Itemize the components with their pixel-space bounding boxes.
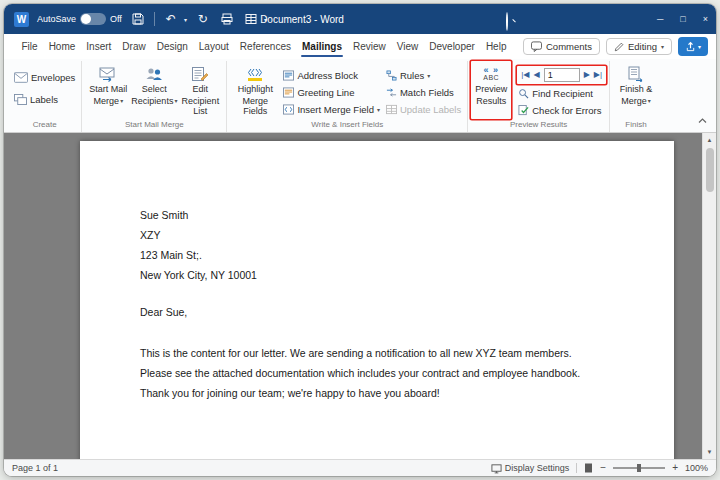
display-settings-button[interactable]: Display Settings (491, 463, 570, 474)
comment-icon (531, 41, 542, 52)
rules-button[interactable]: Rules ▾ (383, 67, 464, 84)
tab-design[interactable]: Design (151, 36, 193, 57)
vertical-scrollbar[interactable]: ▲ ▼ (702, 133, 716, 459)
table-icon[interactable] (243, 11, 259, 27)
first-record-button[interactable]: |◀ (521, 71, 529, 79)
update-labels-button[interactable]: Update Labels (383, 101, 464, 118)
highlight-merge-fields-button[interactable]: Highlight Merge Fields (230, 61, 280, 119)
search-icon[interactable] (506, 13, 518, 25)
document-area: Sue Smith XZY 123 Main St;. New York Cit… (4, 133, 716, 459)
labels-button[interactable]: Labels (11, 91, 78, 108)
scroll-down-icon[interactable]: ▼ (703, 445, 716, 459)
tab-insert[interactable]: Insert (81, 36, 117, 57)
autosave-toggle-knob (81, 14, 91, 24)
ribbon-tab-row: File Home Insert Draw Design Layout Refe… (4, 34, 716, 59)
undo-icon[interactable]: ↶ (163, 11, 179, 27)
envelopes-button[interactable]: Envelopes (11, 69, 78, 86)
status-bar: Page 1 of 1 Display Settings − + 100% (4, 459, 716, 476)
group-finish: Finish & Merge▾ Finish (610, 61, 662, 132)
autosave-toggle[interactable] (80, 13, 106, 25)
share-button[interactable]: ▾ (678, 37, 708, 56)
page-indicator[interactable]: Page 1 of 1 (12, 463, 58, 473)
start-mail-merge-button[interactable]: Start Mail Merge▾ (85, 61, 131, 119)
group-label-start-mail-merge: Start Mail Merge (85, 119, 223, 132)
editing-dropdown-icon: ▾ (661, 43, 664, 50)
ribbon-mailings: Envelopes Labels Create (4, 59, 716, 133)
redo-icon[interactable]: ↻ (195, 11, 211, 27)
next-record-button[interactable]: ▶ (584, 71, 590, 79)
tab-developer[interactable]: Developer (424, 36, 481, 57)
match-fields-button[interactable]: Match Fields (383, 84, 464, 101)
start-mail-merge-dropdown-icon: ▾ (120, 96, 123, 107)
scrollbar-thumb[interactable] (706, 148, 714, 192)
document-page[interactable]: Sue Smith XZY 123 Main St;. New York Cit… (80, 141, 674, 459)
group-label-write-insert-fields: Write & Insert Fields (230, 119, 464, 132)
pencil-icon (614, 42, 624, 52)
group-preview-results: « » ABC Preview Results |◀ ◀ ▶ ▶| (468, 61, 610, 132)
print-icon[interactable] (219, 11, 235, 27)
tab-draw[interactable]: Draw (117, 36, 151, 57)
merge-city-line: New York City, NY 10001 (140, 265, 614, 285)
last-record-button[interactable]: ▶| (594, 71, 602, 79)
word-window: W AutoSave Off ↶ ▾ ↻ ▾ Document3 - Word … (4, 4, 716, 476)
tabrow-right-controls: Comments Editing ▾ ▾ (523, 37, 708, 56)
titlebar-divider (154, 12, 155, 26)
collapse-ribbon-icon[interactable] (698, 118, 707, 124)
zoom-out-button[interactable]: − (600, 463, 606, 473)
insert-merge-field-button[interactable]: Insert Merge Field ▾ (280, 101, 383, 118)
statusbar-divider (576, 463, 577, 473)
window-title: Document3 - Word (260, 14, 344, 25)
minimize-button[interactable]: ─ (657, 14, 663, 24)
save-icon[interactable] (130, 11, 146, 27)
address-block-button[interactable]: Address Block (280, 67, 383, 84)
tab-layout[interactable]: Layout (193, 36, 234, 57)
labels-icon (14, 94, 27, 105)
autosave-state: Off (110, 14, 122, 24)
zoom-slider-knob[interactable] (637, 464, 641, 472)
previous-record-button[interactable]: ◀ (533, 71, 539, 79)
salutation-line: Dear Sue, (140, 302, 614, 322)
record-number-input[interactable] (544, 68, 580, 82)
select-recipients-button[interactable]: Select Recipients▾ (131, 61, 177, 119)
finish-merge-icon (627, 65, 645, 83)
merge-recipient-name: Sue Smith (140, 205, 614, 225)
editing-mode-button[interactable]: Editing ▾ (606, 38, 672, 55)
group-label-preview-results: Preview Results (471, 119, 606, 132)
envelope-icon (14, 72, 28, 83)
print-layout-view-icon[interactable] (584, 463, 593, 473)
group-start-mail-merge: Start Mail Merge▾ Select Recipients▾ Edi… (82, 61, 227, 132)
rules-icon (386, 70, 397, 81)
select-recipients-icon (145, 65, 163, 83)
undo-dropdown-icon[interactable]: ▾ (184, 16, 187, 23)
update-labels-icon (386, 104, 397, 115)
comments-button[interactable]: Comments (523, 38, 600, 55)
zoom-level[interactable]: 100% (685, 463, 708, 473)
finish-merge-button[interactable]: Finish & Merge▾ (613, 61, 659, 119)
scroll-up-icon[interactable]: ▲ (703, 133, 716, 147)
body-line-2: Please see the attached documentation wh… (140, 363, 614, 383)
greeting-line-button[interactable]: Greeting Line (280, 84, 383, 101)
merge-company: XZY (140, 225, 614, 245)
group-write-insert-fields: Highlight Merge Fields Address Block (227, 61, 468, 132)
word-app-icon[interactable]: W (14, 12, 29, 27)
check-for-errors-button[interactable]: Check for Errors (515, 102, 606, 119)
autosave-label: AutoSave (37, 14, 76, 24)
preview-results-button[interactable]: « » ABC Preview Results (471, 61, 511, 119)
autosave-control: AutoSave Off (37, 13, 122, 25)
display-settings-icon (491, 463, 502, 474)
group-label-create: Create (11, 119, 78, 132)
find-recipient-button[interactable]: Find Recipient (515, 85, 606, 102)
close-button[interactable]: × (703, 14, 708, 24)
tab-home[interactable]: Home (43, 36, 81, 57)
tab-file[interactable]: File (16, 36, 43, 57)
tab-help[interactable]: Help (480, 36, 512, 57)
maximize-button[interactable]: □ (680, 14, 685, 24)
tab-mailings[interactable]: Mailings (296, 36, 347, 57)
zoom-slider[interactable] (613, 467, 665, 469)
finish-merge-dropdown-icon: ▾ (648, 96, 651, 107)
tab-references[interactable]: References (234, 36, 296, 57)
tab-view[interactable]: View (391, 36, 424, 57)
zoom-in-button[interactable]: + (672, 463, 678, 473)
edit-recipient-list-button[interactable]: Edit Recipient List (177, 61, 223, 119)
tab-review[interactable]: Review (348, 36, 392, 57)
